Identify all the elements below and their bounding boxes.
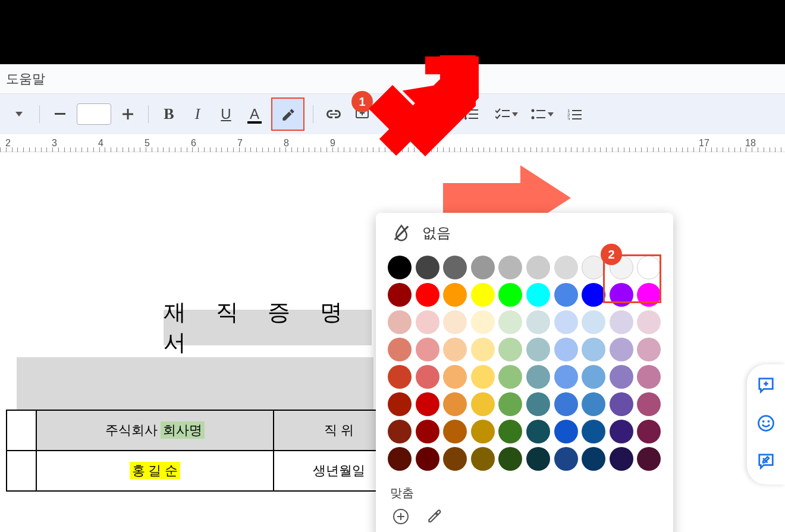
color-swatch[interactable]: [526, 256, 550, 279]
color-swatch[interactable]: [416, 365, 439, 389]
color-swatch[interactable]: [471, 338, 495, 361]
color-swatch[interactable]: [582, 310, 605, 334]
color-swatch[interactable]: [471, 392, 495, 416]
annotation-arrow-primary: [366, 64, 479, 165]
color-swatch[interactable]: [554, 447, 578, 471]
color-swatch[interactable]: [610, 392, 633, 416]
color-swatch[interactable]: [443, 420, 467, 443]
numbered-list-button[interactable]: 123: [563, 102, 586, 126]
color-swatch[interactable]: [498, 392, 522, 416]
menu-help[interactable]: 도움말: [6, 70, 45, 88]
color-swatch[interactable]: [610, 365, 633, 389]
color-swatch[interactable]: [582, 392, 605, 416]
color-swatch[interactable]: [582, 420, 605, 443]
color-swatch[interactable]: [610, 420, 633, 443]
no-highlight-option[interactable]: 없음: [376, 213, 673, 253]
color-swatch[interactable]: [443, 392, 467, 416]
color-swatch[interactable]: [637, 447, 661, 471]
color-swatch[interactable]: [554, 256, 578, 279]
add-comment-pill[interactable]: [757, 376, 775, 396]
color-swatch[interactable]: [498, 365, 522, 389]
color-swatch[interactable]: [582, 365, 605, 389]
highlighted-text: 회사명: [161, 421, 205, 439]
color-swatch[interactable]: [416, 447, 439, 471]
color-swatch[interactable]: [416, 256, 439, 279]
color-swatch[interactable]: [526, 365, 550, 389]
checklist-button[interactable]: [491, 102, 522, 126]
color-swatch[interactable]: [637, 392, 661, 416]
zoom-in-button[interactable]: [116, 102, 140, 126]
svg-marker-13: [15, 112, 23, 117]
color-swatch[interactable]: [416, 283, 439, 307]
color-swatch[interactable]: [554, 310, 578, 334]
color-swatch[interactable]: [498, 283, 522, 307]
color-swatch[interactable]: [582, 447, 605, 471]
text-color-button[interactable]: A: [243, 102, 266, 126]
color-swatch[interactable]: [416, 310, 439, 334]
suggest-edits-pill[interactable]: [757, 452, 775, 473]
ruler-mark: 3: [52, 138, 57, 149]
color-swatch[interactable]: [582, 338, 605, 361]
color-swatch[interactable]: [637, 420, 661, 443]
color-swatch[interactable]: [526, 338, 550, 361]
color-swatch[interactable]: [554, 283, 578, 307]
color-swatch[interactable]: [416, 338, 439, 361]
color-swatch[interactable]: [443, 283, 467, 307]
color-swatch[interactable]: [443, 447, 467, 471]
color-swatch[interactable]: [388, 447, 412, 471]
color-swatch[interactable]: [554, 365, 578, 389]
color-swatch[interactable]: [526, 392, 550, 416]
emoji-reaction-pill[interactable]: [757, 414, 775, 435]
more-dropdown[interactable]: [7, 102, 31, 126]
color-swatch[interactable]: [471, 283, 495, 307]
color-swatch[interactable]: [637, 365, 661, 389]
zoom-out-button[interactable]: [48, 102, 72, 126]
color-swatch[interactable]: [471, 365, 495, 389]
add-custom-color-button[interactable]: [390, 506, 412, 527]
color-swatch[interactable]: [471, 447, 495, 471]
color-swatch[interactable]: [526, 283, 550, 307]
color-swatch[interactable]: [498, 420, 522, 443]
underline-button[interactable]: U: [214, 102, 238, 126]
bold-button[interactable]: B: [157, 102, 181, 126]
color-swatch[interactable]: [471, 420, 495, 443]
color-swatch[interactable]: [554, 338, 578, 361]
doc-title[interactable]: 재 직 증 명 서: [164, 310, 372, 345]
color-swatch[interactable]: [526, 447, 550, 471]
color-swatch[interactable]: [416, 392, 439, 416]
insert-link-button[interactable]: [322, 102, 346, 126]
italic-button[interactable]: I: [186, 102, 209, 126]
color-swatch[interactable]: [498, 447, 522, 471]
color-swatch[interactable]: [610, 310, 633, 334]
color-swatch[interactable]: [498, 338, 522, 361]
color-swatch[interactable]: [471, 310, 495, 334]
color-swatch[interactable]: [610, 447, 633, 471]
color-swatch[interactable]: [388, 283, 412, 307]
color-swatch[interactable]: [471, 256, 495, 279]
color-swatch[interactable]: [443, 338, 467, 361]
bullet-list-button[interactable]: [527, 102, 558, 126]
color-swatch[interactable]: [388, 365, 412, 389]
color-swatch[interactable]: [388, 392, 412, 416]
highlight-color-button[interactable]: [271, 97, 304, 131]
color-swatch[interactable]: [416, 420, 439, 443]
eyedropper-button[interactable]: [423, 506, 445, 527]
color-swatch[interactable]: [388, 420, 412, 443]
color-swatch[interactable]: [388, 256, 412, 279]
color-swatch[interactable]: [554, 420, 578, 443]
color-swatch[interactable]: [498, 310, 522, 334]
color-swatch[interactable]: [443, 310, 467, 334]
color-swatch[interactable]: [554, 392, 578, 416]
color-swatch[interactable]: [582, 283, 605, 307]
color-swatch[interactable]: [526, 420, 550, 443]
color-swatch[interactable]: [443, 256, 467, 279]
color-swatch[interactable]: [443, 365, 467, 389]
color-swatch[interactable]: [526, 310, 550, 334]
color-swatch[interactable]: [498, 256, 522, 279]
color-swatch[interactable]: [610, 338, 633, 361]
zoom-level-input[interactable]: [77, 103, 111, 125]
color-swatch[interactable]: [388, 310, 412, 334]
color-swatch[interactable]: [388, 338, 412, 361]
color-swatch[interactable]: [637, 310, 661, 334]
color-swatch[interactable]: [637, 338, 661, 361]
